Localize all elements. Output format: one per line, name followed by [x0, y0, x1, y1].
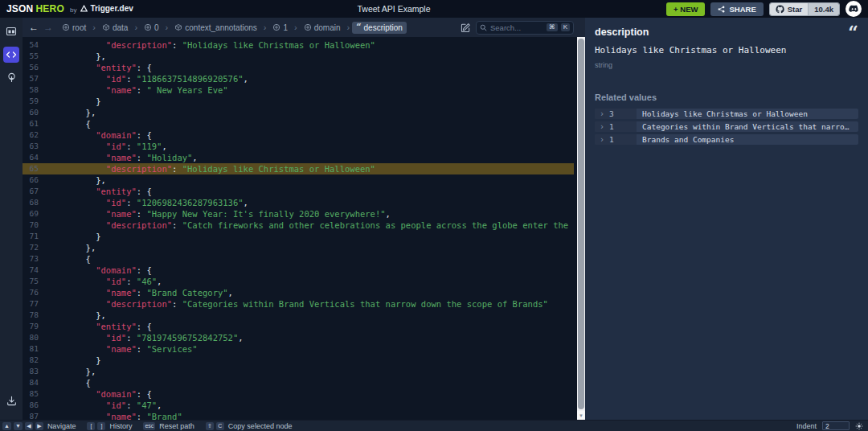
code-text: "description": "Categories within Brand …	[40, 298, 548, 310]
object-type-icon	[62, 23, 70, 31]
editor-line-73[interactable]: 73 {	[23, 253, 574, 265]
discord-button[interactable]	[845, 1, 862, 17]
json-view-button[interactable]	[3, 47, 19, 63]
json-editor[interactable]: 54 "description": "Holidays like Christm…	[23, 37, 585, 420]
code-text: {	[40, 377, 91, 388]
trigger-dev-brand[interactable]: Trigger.dev	[80, 4, 133, 13]
indent-input[interactable]	[822, 421, 850, 430]
code-text: "name": "Holiday",	[40, 152, 198, 163]
breadcrumb-item-1[interactable]: 1	[268, 22, 292, 34]
editor-line-60[interactable]: 60 },	[23, 107, 574, 118]
statusbar-shortcuts: ▲▼◀▶Navigate[]HistoryescReset path⇧CCopy…	[2, 422, 292, 430]
new-button[interactable]: + NEW	[666, 2, 705, 16]
editor-line-75[interactable]: 75 "id": "46",	[23, 276, 574, 287]
editor-line-61[interactable]: 61 {	[23, 118, 574, 129]
breadcrumb-item-domain[interactable]: domain	[300, 22, 345, 34]
code-text: },	[40, 310, 106, 321]
editor-line-86[interactable]: 86 "id": "47",	[23, 400, 574, 411]
tree-view-button[interactable]	[3, 70, 19, 86]
editor-line-72[interactable]: 72 },	[23, 242, 574, 253]
editor-line-84[interactable]: 84 {	[23, 377, 574, 388]
editor-line-70[interactable]: 70 "description": "Catch fireworks and o…	[23, 220, 574, 231]
indent-label: Indent	[796, 422, 817, 430]
column-view-button[interactable]	[3, 23, 19, 39]
breadcrumb-item-0[interactable]: 0	[140, 22, 163, 34]
share-icon	[718, 6, 725, 13]
editor-line-78[interactable]: 78 },	[23, 310, 574, 321]
breadcrumb-item-context_annotations[interactable]: context_annotations	[170, 22, 261, 34]
editor-line-68[interactable]: 68 "id": "1206982436287963136",	[23, 197, 574, 208]
line-number: 54	[23, 39, 40, 51]
editor-line-71[interactable]: 71 }	[23, 231, 574, 242]
editor-line-79[interactable]: 79 "entity": {	[23, 321, 574, 332]
editor-line-57[interactable]: 57 "id": "1186637514896920576",	[23, 73, 574, 84]
editor-line-65[interactable]: 65 "description": "Holidays like Christm…	[23, 163, 574, 174]
back-arrow-button[interactable]: ←	[29, 23, 39, 32]
editor-scrollbar[interactable]: ▼	[577, 37, 585, 420]
editor-line-76[interactable]: 76 "name": "Brand Category",	[23, 287, 574, 298]
edit-document-button[interactable]	[461, 23, 471, 33]
editor-line-83[interactable]: 83 },	[23, 366, 574, 377]
code-text: "name": " New Years Eve"	[40, 84, 228, 96]
scrollbar-down-arrow[interactable]: ▼	[577, 411, 585, 420]
code-text: "name": "Brand"	[40, 411, 182, 420]
editor-line-77[interactable]: 77 "description": "Categories within Bra…	[23, 298, 574, 310]
scrollbar-thumb[interactable]	[578, 39, 584, 409]
share-button[interactable]: SHARE	[710, 2, 763, 16]
string-type-quote-icon: “	[848, 27, 858, 38]
breadcrumb-item-description[interactable]: “description	[352, 22, 407, 34]
status-bar: ▲▼◀▶Navigate[]HistoryescReset path⇧CCopy…	[0, 420, 868, 431]
related-value-row[interactable]: ›3Holidays like Christmas or Halloween	[595, 109, 858, 119]
object-type-icon	[272, 23, 280, 31]
inspector-panel: description “ Holidays like Christmas or…	[585, 18, 868, 420]
related-value-row[interactable]: ›1Brands and Companies	[595, 134, 858, 145]
key-badge: C	[216, 422, 224, 430]
editor-line-85[interactable]: 85 "domain": {	[23, 388, 574, 400]
editor-line-82[interactable]: 82 }	[23, 355, 574, 366]
related-value-row[interactable]: ›1Categories within Brand Verticals that…	[595, 121, 858, 132]
line-number: 61	[23, 118, 40, 129]
editor-line-69[interactable]: 69 "name": "Happy New Year: It's finally…	[23, 208, 574, 220]
editor-line-87[interactable]: 87 "name": "Brand"	[23, 411, 574, 420]
editor-line-74[interactable]: 74 "domain": {	[23, 265, 574, 276]
editor-line-59[interactable]: 59 }	[23, 96, 574, 107]
editor-line-54[interactable]: 54 "description": "Holidays like Christm…	[23, 39, 574, 51]
shortcut-reset-path[interactable]: escReset path	[143, 422, 194, 430]
editor-line-66[interactable]: 66 },	[23, 174, 574, 186]
related-value-text: Brands and Companies	[637, 135, 858, 144]
editor-line-67[interactable]: 67 "entity": {	[23, 186, 574, 197]
chevron-right-icon: ›	[600, 136, 604, 144]
shortcut-copy-selected-node[interactable]: ⇧CCopy selected node	[206, 422, 293, 430]
app-logo[interactable]: JSON HERO by Trigger.dev	[6, 3, 133, 14]
editor-line-58[interactable]: 58 "name": " New Years Eve"	[23, 84, 574, 96]
line-number: 74	[23, 265, 40, 276]
breadcrumb: root›data›0›context_annotations›1›domain…	[58, 22, 407, 34]
download-button[interactable]	[3, 392, 19, 408]
path-toolbar: ← → root›data›0›context_annotations›1›do…	[23, 18, 585, 37]
github-star-button[interactable]: Star 10.4k	[769, 2, 840, 16]
top-bar: JSON HERO by Trigger.dev Tweet API Examp…	[0, 0, 868, 18]
trigger-dev-label: Trigger.dev	[90, 4, 133, 13]
line-number: 65	[23, 163, 40, 174]
github-icon	[776, 5, 784, 14]
editor-line-63[interactable]: 63 "id": "119",	[23, 141, 574, 152]
shortcut-history[interactable]: []History	[87, 422, 132, 430]
shortcut-navigate[interactable]: ▲▼◀▶Navigate	[2, 422, 76, 430]
editor-line-80[interactable]: 80 "id": "781974596752842752",	[23, 332, 574, 343]
theme-toggle-icon[interactable]	[855, 422, 863, 430]
editor-line-81[interactable]: 81 "name": "Services"	[23, 343, 574, 355]
line-number: 69	[23, 208, 40, 220]
editor-line-55[interactable]: 55 },	[23, 51, 574, 62]
forward-arrow-button[interactable]: →	[43, 23, 53, 32]
breadcrumb-item-root[interactable]: root	[58, 22, 90, 34]
editor-line-56[interactable]: 56 "entity": {	[23, 62, 574, 73]
json-hero-app: JSON HERO by Trigger.dev Tweet API Examp…	[0, 0, 868, 431]
code-text: "description": "Catch fireworks and othe…	[40, 220, 574, 231]
line-number: 73	[23, 253, 40, 265]
code-text: "entity": {	[40, 186, 152, 197]
editor-line-62[interactable]: 62 "domain": {	[23, 129, 574, 141]
editor-line-64[interactable]: 64 "name": "Holiday",	[23, 152, 574, 163]
search-input[interactable]: Search... ⌘ K	[476, 21, 574, 35]
breadcrumb-item-data[interactable]: data	[98, 22, 132, 34]
code-text: "name": "Brand Category",	[40, 287, 233, 298]
